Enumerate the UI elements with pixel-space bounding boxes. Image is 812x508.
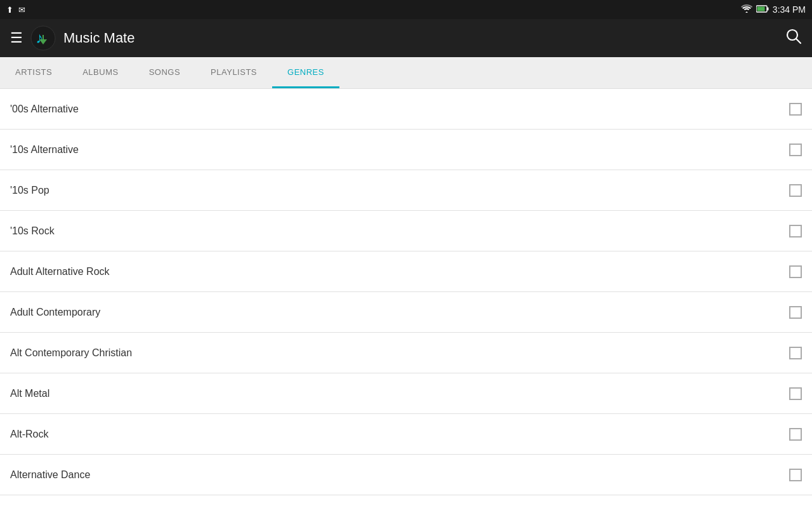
- genre-item-6[interactable]: Adult Contemporary: [0, 292, 812, 333]
- genre-name-10: Alternative Dance: [10, 469, 90, 481]
- battery-icon: [756, 4, 769, 15]
- genre-name-6: Adult Contemporary: [10, 307, 100, 318]
- genre-name-4: '10s Rock: [10, 225, 55, 237]
- genre-checkbox-4[interactable]: [789, 225, 802, 237]
- svg-rect-1: [767, 8, 768, 11]
- genre-checkbox-10[interactable]: [789, 469, 802, 481]
- genre-checkbox-3[interactable]: [789, 184, 802, 197]
- time: 3:34 PM: [773, 4, 806, 15]
- genre-item-8[interactable]: Alt Metal: [0, 373, 812, 414]
- app-title: Music Mate: [63, 30, 134, 46]
- tab-albums[interactable]: ALBUMS: [67, 57, 133, 88]
- genre-name-5: Adult Alternative Rock: [10, 266, 110, 277]
- status-bar: ⬆ ✉ 3:34 PM: [0, 0, 812, 19]
- genre-item-1[interactable]: '00s Alternative: [0, 89, 812, 130]
- genre-item-5[interactable]: Adult Alternative Rock: [0, 251, 812, 292]
- genre-name-3: '10s Pop: [10, 185, 49, 196]
- genre-name-8: Alt Metal: [10, 388, 49, 399]
- genre-checkbox-9[interactable]: [789, 428, 802, 441]
- genre-name-7: Alt Contemporary Christian: [10, 347, 132, 359]
- search-icon[interactable]: [785, 28, 802, 48]
- tab-artists[interactable]: ARTISTS: [0, 57, 67, 88]
- hamburger-menu-icon[interactable]: ☰: [10, 30, 23, 46]
- tab-songs[interactable]: SONGS: [134, 57, 195, 88]
- genre-checkbox-2[interactable]: [789, 144, 802, 156]
- app-bar-left: ☰ ♪ Music Mate: [10, 25, 134, 51]
- genre-checkbox-6[interactable]: [789, 306, 802, 319]
- genre-item-10[interactable]: Alternative Dance: [0, 455, 812, 495]
- svg-rect-2: [757, 7, 764, 11]
- genre-item-2[interactable]: '10s Alternative: [0, 130, 812, 170]
- genre-name-1: '00s Alternative: [10, 104, 79, 115]
- app-bar: ☰ ♪ Music Mate: [0, 19, 812, 57]
- genre-item-9[interactable]: Alt-Rock: [0, 414, 812, 455]
- genre-checkbox-7[interactable]: [789, 347, 802, 359]
- bluetooth-icon: ⬆: [6, 5, 13, 15]
- status-left-icons: ⬆ ✉: [6, 5, 25, 15]
- genre-name-9: Alt-Rock: [10, 429, 48, 440]
- email-icon: ✉: [18, 5, 25, 15]
- status-right: 3:34 PM: [741, 4, 806, 15]
- tab-genres[interactable]: GENRES: [272, 57, 339, 88]
- svg-text:♪: ♪: [36, 29, 43, 46]
- genre-checkbox-5[interactable]: [789, 265, 802, 278]
- genre-checkbox-1[interactable]: [789, 103, 802, 116]
- genre-item-7[interactable]: Alt Contemporary Christian: [0, 333, 812, 373]
- genre-list[interactable]: '00s Alternative'10s Alternative'10s Pop…: [0, 89, 812, 508]
- svg-line-8: [796, 39, 801, 43]
- genre-item-4[interactable]: '10s Rock: [0, 211, 812, 251]
- genre-item-11[interactable]: Alternative Pop: [0, 495, 812, 508]
- wifi-icon: [741, 4, 752, 15]
- genre-checkbox-8[interactable]: [789, 387, 802, 400]
- tab-playlists[interactable]: PLAYLISTS: [195, 57, 272, 88]
- tab-bar: ARTISTS ALBUMS SONGS PLAYLISTS GENRES: [0, 57, 812, 89]
- genre-name-2: '10s Alternative: [10, 144, 79, 156]
- genre-item-3[interactable]: '10s Pop: [0, 170, 812, 211]
- svg-rect-6: [43, 35, 44, 40]
- app-logo: ♪: [30, 25, 56, 51]
